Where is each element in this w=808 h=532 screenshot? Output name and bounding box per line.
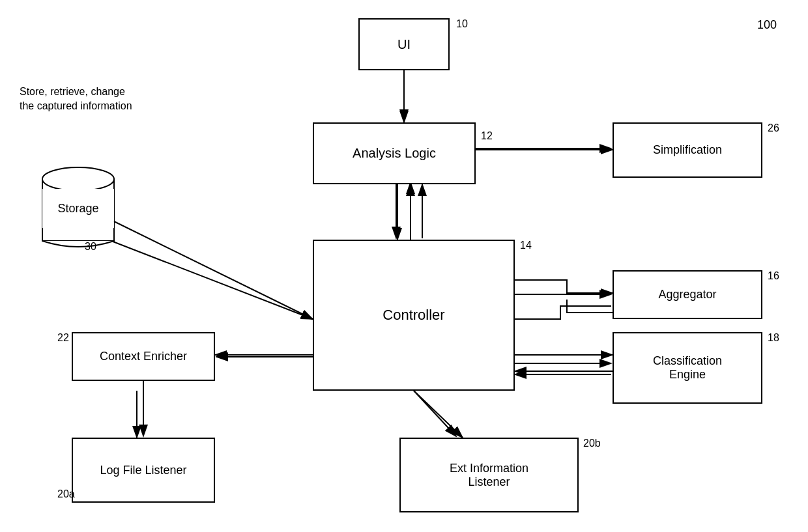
storage-label: Storage	[42, 189, 114, 228]
controller-box: Controller	[313, 240, 515, 391]
svg-line-11	[94, 234, 313, 319]
context-enricher-box: Context Enricher	[72, 332, 215, 381]
classification-engine-ref: 18	[768, 332, 779, 344]
aggregator-ref: 16	[768, 270, 779, 282]
svg-line-24	[414, 391, 456, 436]
architecture-diagram: 100 Store, retrieve, changethe captured …	[0, 0, 808, 532]
classification-engine-box: ClassificationEngine	[613, 332, 762, 404]
aggregator-box: Aggregator	[613, 270, 762, 319]
controller-ref: 14	[520, 240, 532, 251]
log-file-listener-ref: 20a	[57, 488, 75, 500]
ext-information-listener-ref: 20b	[583, 438, 601, 449]
svg-point-13	[42, 167, 114, 191]
svg-line-10	[414, 391, 463, 438]
svg-line-25	[114, 221, 313, 319]
log-file-listener-box: Log File Listener	[72, 438, 215, 503]
ref-100: 100	[757, 18, 777, 32]
simplification-ref: 26	[768, 122, 779, 134]
ui-box: UI	[358, 18, 450, 70]
simplification-box: Simplification	[613, 122, 762, 178]
ui-ref: 10	[456, 18, 468, 30]
analysis-logic-ref: 12	[481, 130, 493, 142]
analysis-logic-box: Analysis Logic	[313, 122, 476, 184]
storage-description: Store, retrieve, changethe captured info…	[20, 85, 132, 114]
context-enricher-ref: 22	[57, 332, 69, 344]
storage-ref: 30	[85, 241, 96, 253]
ext-information-listener-box: Ext InformationListener	[399, 438, 579, 512]
